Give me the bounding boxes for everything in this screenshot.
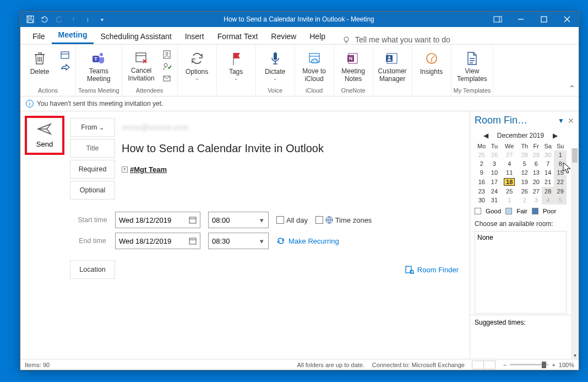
- calendar-day[interactable]: 18: [500, 177, 519, 187]
- zoom-in-icon[interactable]: +: [552, 362, 555, 368]
- calendar-day[interactable]: 17: [489, 177, 500, 187]
- calendar-day[interactable]: 24: [489, 187, 500, 196]
- calendar-day[interactable]: 10: [489, 168, 500, 177]
- optional-input[interactable]: [115, 181, 470, 200]
- check-names-icon[interactable]: [162, 62, 174, 73]
- zoom-thumb[interactable]: [542, 362, 546, 368]
- calendar-day[interactable]: 25: [500, 187, 519, 196]
- optional-button[interactable]: Optional: [70, 181, 115, 200]
- dictate-button[interactable]: Dictate⌄: [258, 49, 292, 82]
- calendar-day[interactable]: 9: [475, 168, 489, 177]
- calendar-day[interactable]: 22: [554, 177, 567, 187]
- view-reading-icon[interactable]: [483, 361, 496, 369]
- room-finder-button[interactable]: Room Finder: [405, 265, 459, 274]
- prev-month-icon[interactable]: ◀: [483, 132, 488, 139]
- zoom-slider[interactable]: [510, 364, 548, 365]
- calendar-day[interactable]: 5: [519, 159, 530, 168]
- calendar-day[interactable]: 27: [500, 150, 519, 159]
- calendar-day[interactable]: 25: [475, 150, 489, 159]
- calendar-day[interactable]: 11: [500, 168, 519, 177]
- qat-customize-icon[interactable]: ▾: [96, 14, 107, 25]
- calendar-icon[interactable]: [189, 237, 197, 245]
- calendar-day[interactable]: 7: [542, 159, 554, 168]
- calendar-day[interactable]: 23: [475, 187, 489, 196]
- calendar-day[interactable]: 4: [542, 196, 554, 205]
- calendar-day[interactable]: 12: [519, 168, 530, 177]
- view-switcher[interactable]: [472, 361, 496, 369]
- calendar-day[interactable]: 27: [531, 187, 542, 196]
- tab-help[interactable]: Help: [303, 29, 332, 44]
- calendar-day[interactable]: 28: [542, 187, 554, 196]
- teams-meeting-button[interactable]: T Teams Meeting: [81, 49, 116, 84]
- scroll-down-icon[interactable]: ▾: [571, 351, 579, 359]
- title-input[interactable]: How to Send a Calendar Invite in Outlook: [115, 139, 470, 158]
- calendar-day[interactable]: 15: [554, 168, 567, 177]
- calendar-day[interactable]: 26: [519, 187, 530, 196]
- close-pane-icon[interactable]: ✕: [568, 116, 574, 125]
- calendar-day[interactable]: 28: [519, 150, 530, 159]
- start-date-input[interactable]: Wed 18/12/2019: [115, 212, 200, 228]
- down-icon[interactable]: ↓: [82, 14, 93, 25]
- calendar-day[interactable]: 3: [531, 196, 542, 205]
- close-button[interactable]: [556, 12, 579, 27]
- forward-small-icon[interactable]: [60, 62, 72, 73]
- chevron-down-icon[interactable]: ▾: [258, 237, 265, 245]
- calendar-day[interactable]: 20: [531, 177, 542, 187]
- view-normal-icon[interactable]: [472, 361, 484, 369]
- meeting-notes-button[interactable]: N Meeting Notes: [336, 49, 371, 84]
- calendar-day[interactable]: 26: [489, 150, 500, 159]
- end-date-input[interactable]: Wed 18/12/2019: [115, 233, 200, 249]
- tab-review[interactable]: Review: [264, 29, 303, 44]
- all-day-checkbox[interactable]: All day: [276, 216, 308, 224]
- zoom-out-icon[interactable]: −: [503, 362, 507, 368]
- calendar-table[interactable]: MoTuWeThFrSaSu 2526272829301234567891011…: [475, 142, 567, 205]
- calendar-day[interactable]: 16: [475, 177, 489, 187]
- undo-icon[interactable]: [39, 14, 50, 25]
- calendar-day[interactable]: 2: [475, 159, 489, 168]
- view-templates-button[interactable]: View Templates: [455, 49, 489, 84]
- insights-button[interactable]: Insights: [415, 49, 449, 77]
- tab-insert[interactable]: Insert: [178, 29, 211, 44]
- from-button[interactable]: From ⌄: [70, 118, 115, 137]
- calendar-day[interactable]: 21: [542, 177, 554, 187]
- calendar-day[interactable]: 31: [489, 196, 500, 205]
- cancel-invitation-button[interactable]: Cancel Invitation: [124, 49, 159, 84]
- redo-icon[interactable]: [53, 14, 64, 25]
- calendar-day[interactable]: 13: [531, 168, 542, 177]
- calendar-day[interactable]: 19: [519, 177, 530, 187]
- minimize-button[interactable]: [509, 12, 532, 27]
- end-time-input[interactable]: 08:30 ▾: [208, 233, 269, 249]
- send-button[interactable]: Send: [25, 116, 64, 155]
- calendar-day[interactable]: 29: [554, 187, 567, 196]
- room-list-item[interactable]: None: [477, 234, 564, 241]
- time-zones-checkbox[interactable]: Time zones: [315, 216, 372, 224]
- location-button[interactable]: Location: [70, 260, 115, 279]
- calendar-small-icon[interactable]: [60, 50, 72, 61]
- calendar-day[interactable]: 14: [542, 168, 554, 177]
- available-rooms-list[interactable]: None: [475, 231, 567, 314]
- calendar-day[interactable]: 8: [554, 159, 567, 168]
- address-book-icon[interactable]: [162, 50, 174, 61]
- calendar-day[interactable]: 1: [500, 196, 519, 205]
- calendar-day[interactable]: 29: [531, 150, 542, 159]
- location-input[interactable]: [115, 260, 405, 279]
- calendar-day[interactable]: 1: [554, 150, 567, 159]
- calendar-icon[interactable]: [189, 216, 197, 224]
- next-month-icon[interactable]: ▶: [553, 132, 558, 139]
- maximize-button[interactable]: [532, 12, 556, 27]
- ribbon-display-icon[interactable]: [486, 12, 509, 27]
- calendar-day[interactable]: 2: [519, 196, 530, 205]
- calendar-day[interactable]: 30: [475, 196, 489, 205]
- calendar-day[interactable]: 4: [500, 159, 519, 168]
- pane-menu-icon[interactable]: ▼: [558, 117, 564, 125]
- calendar-day[interactable]: 3: [489, 159, 500, 168]
- calendar-day[interactable]: 30: [542, 150, 554, 159]
- required-input[interactable]: + #Mgt Team: [115, 160, 470, 179]
- tab-file[interactable]: File: [26, 29, 52, 44]
- move-to-icloud-button[interactable]: Move to iCloud: [297, 49, 331, 84]
- pane-scrollbar[interactable]: ▾: [571, 148, 579, 359]
- chevron-down-icon[interactable]: ▾: [258, 216, 265, 224]
- tab-scheduling-assistant[interactable]: Scheduling Assistant: [94, 29, 178, 44]
- start-time-input[interactable]: 08:00 ▾: [208, 212, 269, 228]
- scrollbar-thumb[interactable]: [572, 148, 578, 163]
